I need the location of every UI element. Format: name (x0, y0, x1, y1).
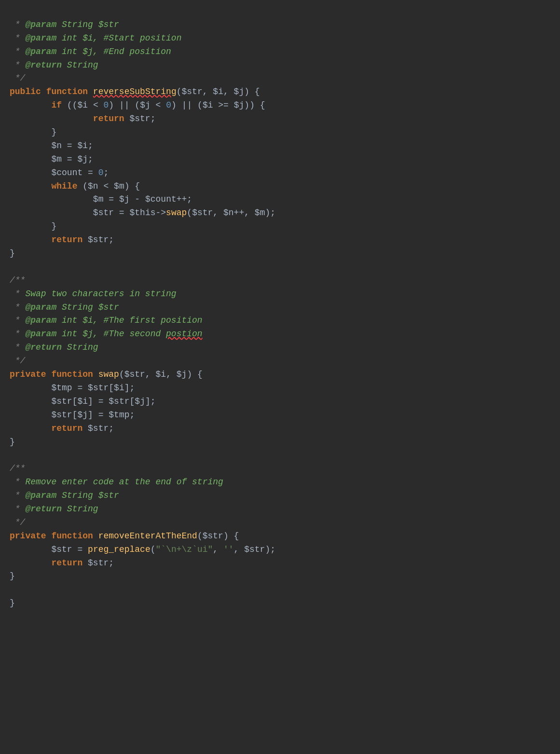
doc-text: String $str (56, 20, 119, 29)
doc-text2: int $i, #Start position (56, 33, 181, 43)
keyword-function: function (46, 87, 88, 96)
comment-doc-close2: */ (10, 356, 25, 366)
doc-text-swap2: int $i, #The first position (56, 315, 202, 325)
keyword-return-swap: return (51, 424, 82, 433)
doc-text-remove1: String $str (56, 491, 119, 500)
comment-close: */ (10, 73, 25, 83)
keyword-return-remove: return (51, 558, 82, 568)
doc-tag-param2: @param (25, 33, 56, 43)
doc-text-swap-desc: Swap two characters in string (25, 289, 176, 299)
keyword-return-1: return (93, 114, 124, 123)
comment-line: * (10, 33, 25, 43)
doc-text-remove-desc: Remove enter code at the end of string (25, 477, 223, 487)
keyword-while: while (51, 181, 77, 191)
fn-call-preg: preg_replace (88, 545, 150, 554)
comment-line: * (10, 60, 25, 70)
comment-doc-close3: */ (10, 518, 25, 527)
keyword-public: public (10, 87, 41, 96)
keyword-function-remove: function (51, 531, 93, 541)
doc-text-return-swap: String (62, 343, 98, 352)
doc-tag-return-remove: @return (25, 504, 62, 514)
keyword-return-2: return (51, 235, 82, 245)
doc-tag-param3: @param (25, 47, 56, 56)
comment-doc-open2: /** (10, 275, 25, 285)
function-name-swap: swap (98, 370, 119, 379)
keyword-private-remove: private (10, 531, 46, 541)
doc-tag-param-remove: @param (25, 491, 56, 500)
doc-text-swap1: String $str (56, 302, 119, 312)
keyword-private-swap: private (10, 370, 46, 379)
doc-text4: String (62, 60, 98, 70)
doc-tag-param-swap1: @param (25, 302, 56, 312)
keyword-function-swap: function (51, 370, 93, 379)
doc-text-return-remove: String (62, 504, 98, 514)
comment-doc-open3: /** (10, 464, 25, 473)
comment-line: * (10, 47, 25, 56)
doc-tag-param-swap2: @param (25, 315, 56, 325)
function-name-reverse: reverseSubString (93, 87, 177, 96)
doc-tag-param: @param (25, 20, 56, 29)
doc-text-swap3: int $j, #The second (56, 329, 166, 339)
doc-tag-return: @return (25, 60, 62, 70)
fn-call-swap: swap (166, 208, 187, 218)
function-name-remove: removeEnterAtTheEnd (98, 531, 197, 541)
doc-text3: int $j, #End position (56, 47, 171, 56)
comment-line: * (10, 20, 25, 29)
doc-text-swap3-typo: postion (166, 329, 203, 339)
doc-tag-return-swap: @return (25, 343, 62, 352)
keyword-if: if (51, 100, 62, 110)
code-editor: * @param String $str * @param int $i, #S… (10, 5, 550, 610)
doc-tag-param-swap3: @param (25, 329, 56, 339)
